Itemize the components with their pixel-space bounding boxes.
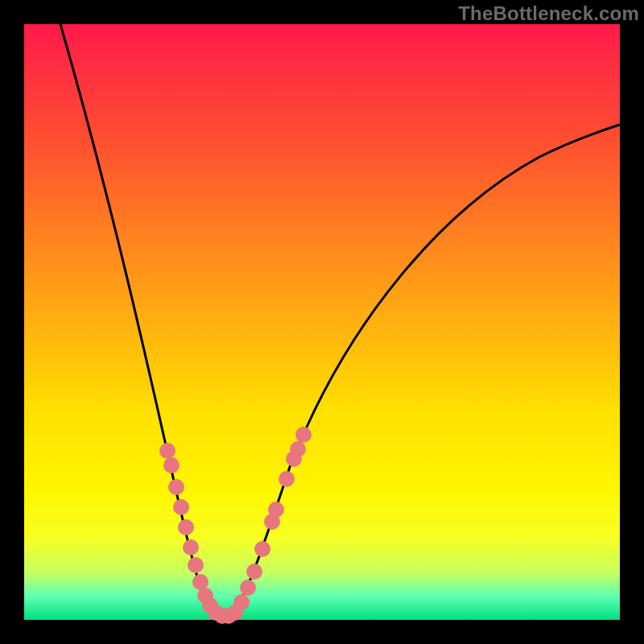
watermark-text: TheBottleneck.com [458,2,639,25]
bottleneck-curve [60,24,620,617]
data-point [178,519,194,535]
data-point [163,457,180,473]
data-point [188,557,204,573]
chart-svg [24,24,620,620]
data-point [290,441,306,457]
data-point [279,471,295,487]
data-point [268,502,284,518]
data-point [295,427,312,443]
data-point [173,499,189,515]
data-point [254,541,270,557]
chart-frame: TheBottleneck.com [0,0,644,644]
data-point [168,479,184,495]
data-point [159,443,175,459]
data-point [233,594,250,610]
data-point [240,580,256,596]
data-point [246,564,262,580]
data-point [192,574,208,590]
data-point [183,539,199,555]
data-dots [159,427,312,624]
